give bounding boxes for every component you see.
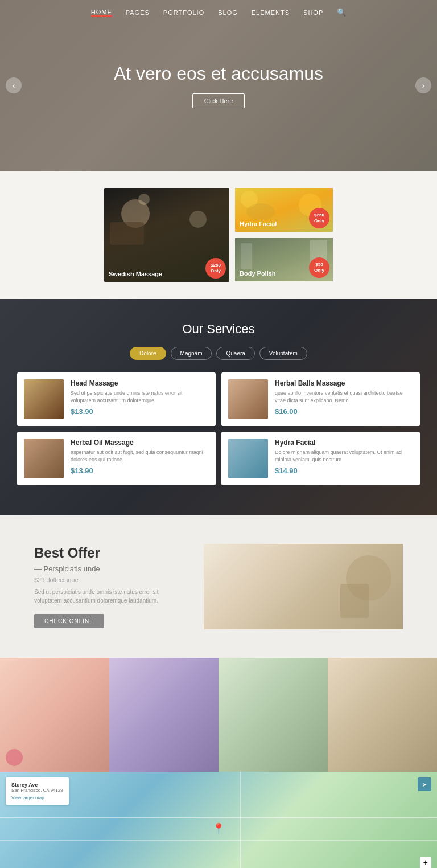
photo-stones bbox=[328, 658, 437, 772]
bodypolish-label: Body Polish bbox=[240, 270, 276, 277]
best-offer-subtitle: — Perspiciatis unde bbox=[34, 564, 187, 573]
service-item-herbal-balls: Herbal Balls Massage quae ab illo invent… bbox=[221, 372, 420, 426]
nav-elements[interactable]: Elements bbox=[252, 9, 290, 16]
swedish-price-badge: $250 Only bbox=[205, 258, 226, 279]
hydra-price-badge: $250 Only bbox=[309, 208, 329, 228]
nav-shop[interactable]: Shop bbox=[303, 9, 323, 16]
services-grid: Head Massage Sed ut perspiciatis unde om… bbox=[17, 372, 420, 485]
tab-voluptatem[interactable]: Voluptatem bbox=[259, 347, 307, 360]
service-desc-herbal-oil: aspernatur aut odit aut fugit, sed quia … bbox=[71, 449, 209, 463]
tab-magnam[interactable]: Magnam bbox=[171, 347, 212, 360]
service-name-herbal-oil: Herbal Oil Massage bbox=[71, 439, 209, 447]
our-services-section: Our Services Dolore Magnam Quaera Volupt… bbox=[0, 299, 437, 515]
tab-quaera[interactable]: Quaera bbox=[216, 347, 254, 360]
map-overlay: Storey Ave San Francisco, CA 94129 View … bbox=[6, 777, 69, 805]
bodypolish-price-badge: $50 Only bbox=[309, 257, 329, 278]
service-thumb-herbal-oil bbox=[24, 439, 64, 478]
service-price-herbal-oil: $13.90 bbox=[71, 466, 209, 475]
service-name-herbal-balls: Herbal Balls Massage bbox=[275, 379, 413, 387]
service-item-hydra-facial: Hydra Facial Dolore mignam aliquam quaer… bbox=[221, 432, 420, 485]
service-desc-head: Sed ut perspiciatis unde omnis iste natu… bbox=[71, 390, 209, 404]
hero-next-arrow[interactable]: › bbox=[415, 77, 431, 93]
promo-small-cards: Hydra Facial $250 Only Body Polish $50 O… bbox=[235, 188, 333, 282]
best-offer-image bbox=[204, 544, 403, 629]
service-price-hydra: $14.90 bbox=[275, 466, 413, 475]
service-desc-herbal-balls: quae ab illo inventore veritatis et quas… bbox=[275, 390, 413, 404]
service-desc-hydra: Dolore mignam aliquam quaerat voluptatem… bbox=[275, 449, 413, 463]
our-services-title: Our Services bbox=[17, 322, 420, 337]
service-item-herbal-oil: Herbal Oil Massage aspernatur aut odit a… bbox=[17, 432, 216, 485]
service-name-head: Head Massage bbox=[71, 379, 209, 387]
promo-card-hydra[interactable]: Hydra Facial $250 Only bbox=[235, 188, 333, 232]
tab-dolore[interactable]: Dolore bbox=[130, 347, 166, 360]
hero-cta-button[interactable]: Click Here bbox=[192, 93, 245, 108]
hero-section: ‹ At vero eos et accusamus Click Here › bbox=[0, 0, 437, 171]
service-thumb-herbal-balls bbox=[228, 379, 268, 419]
hero-prev-arrow[interactable]: ‹ bbox=[6, 77, 22, 93]
nav-blog[interactable]: Blog bbox=[218, 9, 238, 16]
service-thumb-head bbox=[24, 379, 64, 419]
main-nav: Home Pages Portfolio Blog Elements Shop … bbox=[0, 0, 437, 24]
map-section: 📍 Storey Ave San Francisco, CA 94129 Vie… bbox=[0, 772, 437, 868]
map-city: San Francisco, CA 94129 bbox=[11, 788, 63, 793]
best-offer-section: Best Offer — Perspiciatis unde $29 dolfe… bbox=[0, 515, 437, 658]
service-filter-tabs: Dolore Magnam Quaera Voluptatem bbox=[17, 347, 420, 360]
check-online-button[interactable]: Check Online bbox=[34, 614, 104, 628]
service-price-herbal-balls: $16.00 bbox=[275, 407, 413, 416]
hydra-label: Hydra Facial bbox=[240, 220, 277, 227]
nav-portfolio[interactable]: Portfolio bbox=[163, 9, 204, 16]
map-pin-icon: 📍 bbox=[212, 822, 225, 835]
hero-title: At vero eos et accusamus bbox=[114, 63, 323, 84]
service-item-head-massage: Head Massage Sed ut perspiciatis unde om… bbox=[17, 372, 216, 426]
service-thumb-hydra bbox=[228, 439, 268, 478]
photo-spa-products bbox=[218, 658, 328, 772]
photo-feet bbox=[0, 658, 109, 772]
map-zoom-in[interactable]: + bbox=[420, 857, 431, 868]
map-street: Storey Ave bbox=[11, 782, 63, 788]
best-offer-content: Best Offer — Perspiciatis unde $29 dolfe… bbox=[34, 545, 187, 628]
nav-pages[interactable]: Pages bbox=[126, 9, 150, 16]
swedish-label: Swedish Massage bbox=[109, 271, 162, 277]
promo-card-bodypolish[interactable]: Body Polish $50 Only bbox=[235, 238, 333, 281]
nav-search-icon[interactable]: 🔍 bbox=[337, 8, 346, 17]
service-name-hydra: Hydra Facial bbox=[275, 439, 413, 447]
best-offer-price: $29 dolfeciaque bbox=[34, 576, 187, 583]
best-offer-title: Best Offer bbox=[34, 545, 187, 561]
best-offer-desc: Sed ut perspiciatis unde omnis iste natu… bbox=[34, 588, 187, 605]
promo-card-swedish[interactable]: Swedish Massage $250 Only bbox=[104, 188, 229, 282]
service-price-head: $13.90 bbox=[71, 407, 209, 416]
promo-services-section: Swedish Massage $250 Only Hydra Facial $… bbox=[0, 171, 437, 299]
map-view-larger[interactable]: View larger map bbox=[11, 795, 63, 800]
photo-grid-section bbox=[0, 658, 437, 772]
nav-home[interactable]: Home bbox=[91, 9, 112, 17]
map-directions-icon[interactable]: ➤ bbox=[418, 777, 431, 791]
photo-oil-massage bbox=[109, 658, 218, 772]
